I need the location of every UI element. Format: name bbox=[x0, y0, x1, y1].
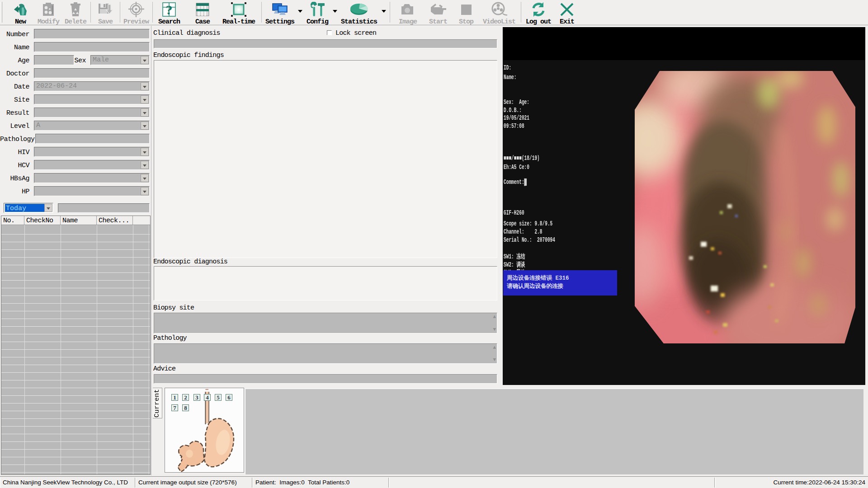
svg-text:?: ? bbox=[166, 2, 173, 17]
